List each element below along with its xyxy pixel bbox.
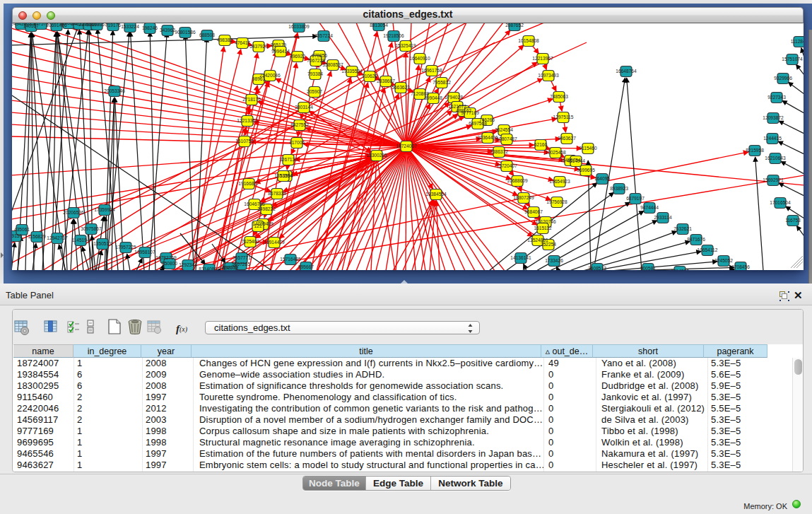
svg-text:476417: 476417	[235, 40, 250, 45]
svg-text:15720407: 15720407	[496, 163, 517, 168]
svg-text:10958107: 10958107	[134, 250, 155, 255]
svg-text:30975867: 30975867	[81, 226, 102, 231]
svg-text:910620: 910620	[362, 74, 377, 78]
svg-text:496922: 496922	[290, 54, 305, 59]
svg-text:865179: 865179	[271, 42, 286, 47]
svg-text:39159: 39159	[12, 233, 22, 238]
svg-text:1145194: 1145194	[71, 238, 90, 243]
svg-text:16961758: 16961758	[421, 68, 442, 73]
svg-text:7386372: 7386372	[490, 149, 508, 154]
svg-text:343962: 343962	[160, 28, 175, 33]
svg-text:17957225: 17957225	[115, 245, 136, 250]
svg-text:1156829: 1156829	[28, 234, 46, 239]
svg-text:1610755: 1610755	[235, 139, 254, 144]
svg-text:16210643: 16210643	[765, 156, 786, 160]
svg-text:9777169: 9777169	[461, 110, 479, 115]
svg-text:6794028: 6794028	[445, 95, 463, 100]
svg-text:90801586: 90801586	[175, 30, 196, 35]
svg-text:417006: 417006	[289, 140, 305, 145]
svg-text:7625402: 7625402	[241, 239, 259, 244]
svg-text:8990448: 8990448	[424, 95, 442, 100]
svg-text:18807249: 18807249	[513, 195, 534, 200]
svg-text:6708456: 6708456	[731, 264, 750, 269]
svg-text:1244415: 1244415	[763, 136, 782, 141]
svg-text:5437923: 5437923	[249, 44, 268, 49]
svg-text:7357224: 7357224	[314, 33, 333, 38]
svg-text:9115460: 9115460	[579, 146, 597, 151]
svg-text:10973493: 10973493	[538, 73, 559, 78]
svg-text:6497568: 6497568	[469, 121, 487, 126]
svg-text:19218506: 19218506	[383, 33, 404, 38]
svg-text:164095: 164095	[594, 176, 610, 181]
svg-text:12213967: 12213967	[532, 56, 553, 61]
svg-text:19166827: 19166827	[238, 181, 259, 186]
svg-text:3267130: 3267130	[279, 157, 298, 162]
svg-text:895667: 895667	[298, 264, 314, 269]
svg-text:15692971: 15692971	[763, 177, 784, 182]
svg-text:678856: 678856	[312, 53, 327, 58]
svg-text:850800: 850800	[162, 261, 177, 266]
svg-text:8471676: 8471676	[687, 237, 705, 242]
svg-text:83197857: 83197857	[86, 23, 107, 27]
svg-text:8678334: 8678334	[268, 191, 286, 196]
svg-text:10654112: 10654112	[698, 247, 718, 252]
svg-text:10025458: 10025458	[545, 150, 566, 155]
svg-text:9329966: 9329966	[774, 76, 792, 81]
svg-text:16046788: 16046788	[244, 201, 265, 206]
svg-text:12213363: 12213363	[237, 118, 258, 123]
svg-text:498382: 498382	[217, 37, 233, 42]
svg-text:10807487: 10807487	[496, 136, 517, 141]
svg-text:16033809: 16033809	[288, 24, 310, 29]
svg-text:2933114: 2933114	[654, 215, 672, 220]
svg-text:12093872: 12093872	[763, 115, 784, 120]
svg-text:116753: 116753	[785, 218, 801, 223]
svg-text:9996414: 9996414	[271, 49, 290, 54]
svg-text:19384554: 19384554	[425, 192, 447, 197]
svg-text:832052: 832052	[223, 265, 238, 270]
svg-text:15325419: 15325419	[395, 43, 416, 48]
svg-text:2087652: 2087652	[505, 23, 524, 28]
svg-text:62160: 62160	[534, 142, 548, 147]
svg-text:8813054: 8813054	[370, 23, 388, 28]
svg-text:8215958: 8215958	[746, 148, 764, 153]
svg-text:9657771: 9657771	[233, 255, 251, 260]
svg-text:16914479: 16914479	[264, 240, 285, 245]
svg-text:1615112: 1615112	[534, 226, 552, 230]
svg-text:1733426: 1733426	[545, 258, 563, 263]
svg-text:198246: 198246	[142, 25, 158, 30]
svg-text:8938923: 8938923	[610, 186, 628, 191]
svg-text:19335534: 19335534	[341, 69, 363, 74]
svg-text:19654923: 19654923	[549, 179, 570, 184]
svg-text:35808537: 35808537	[322, 62, 343, 67]
svg-text:10688609: 10688609	[507, 178, 528, 183]
svg-text:16782759: 16782759	[155, 255, 177, 260]
svg-text:20364436: 20364436	[477, 135, 498, 140]
svg-text:16640910: 16640910	[409, 56, 430, 61]
svg-text:3608513: 3608513	[588, 266, 606, 270]
svg-text:1353394: 1353394	[274, 173, 293, 178]
svg-text:3624554: 3624554	[495, 127, 513, 132]
svg-text:19756928: 19756928	[546, 199, 567, 204]
svg-text:15751074: 15751074	[782, 57, 803, 62]
svg-text:9684067: 9684067	[524, 209, 543, 214]
svg-text:1292344: 1292344	[179, 262, 197, 267]
svg-text:719176: 719176	[105, 23, 121, 28]
svg-text:16120746: 16120746	[535, 219, 556, 224]
svg-text:9227343: 9227343	[767, 95, 786, 100]
svg-text:252254: 252254	[541, 242, 556, 247]
svg-text:(x): (x)	[180, 325, 188, 334]
svg-text:2718176: 2718176	[242, 97, 261, 102]
svg-text:8427552: 8427552	[290, 122, 309, 127]
svg-text:17359924: 17359924	[94, 207, 115, 212]
svg-text:2714803: 2714803	[671, 269, 689, 270]
svg-text:793384: 793384	[307, 71, 323, 76]
svg-text:12942737: 12942737	[47, 235, 68, 240]
svg-text:6879197: 6879197	[626, 196, 645, 201]
svg-text:9245052: 9245052	[714, 258, 733, 263]
svg-text:18300295: 18300295	[366, 153, 387, 158]
svg-text:22420046: 22420046	[259, 73, 281, 78]
svg-text:14136141: 14136141	[510, 255, 531, 260]
svg-text:12975115: 12975115	[553, 115, 574, 119]
svg-text:1112843: 1112843	[791, 39, 804, 44]
svg-text:7632621: 7632621	[673, 226, 692, 231]
